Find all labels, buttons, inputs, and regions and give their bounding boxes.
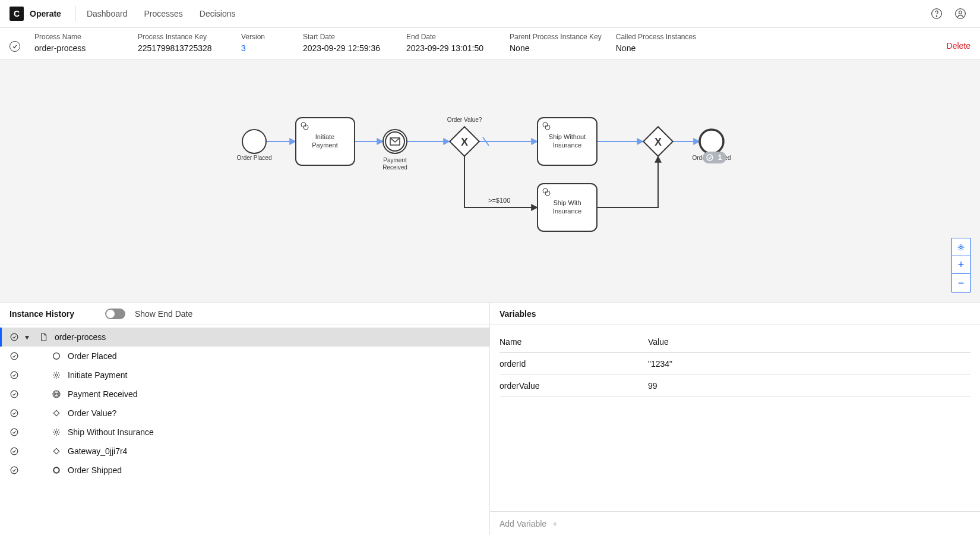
svg-point-38 bbox=[11, 391, 18, 398]
start-date-value: 2023-09-29 12:59:36 bbox=[303, 43, 392, 53]
end-date-label: End Date bbox=[406, 33, 495, 41]
history-item-label: Initiate Payment bbox=[68, 370, 127, 380]
diagram-canvas[interactable]: >=$100 Order Placed Initiate Payment Pay… bbox=[0, 59, 980, 302]
end-date-value: 2023-09-29 13:01:50 bbox=[406, 43, 495, 53]
gateway-condition-label: >=$100 bbox=[488, 197, 510, 204]
variable-row[interactable]: orderValue 99 bbox=[500, 375, 970, 397]
start-event[interactable] bbox=[242, 130, 266, 153]
svg-point-36 bbox=[11, 372, 18, 379]
gateway-order-value[interactable]: X bbox=[450, 127, 479, 156]
zoom-reset-button[interactable] bbox=[952, 238, 970, 256]
help-icon[interactable] bbox=[927, 4, 947, 24]
svg-point-40 bbox=[54, 392, 59, 396]
zoom-in-button[interactable]: + bbox=[952, 256, 970, 274]
variables-col-value: Value bbox=[648, 331, 970, 353]
parent-value: None bbox=[510, 43, 602, 53]
app-name: Operate bbox=[30, 9, 61, 18]
svg-point-48 bbox=[11, 467, 18, 474]
svg-text:X: X bbox=[461, 136, 468, 148]
svg-rect-47 bbox=[53, 448, 59, 454]
start-event-label: Order Placed bbox=[237, 155, 272, 161]
instance-details-bar: Process Name order-process Process Insta… bbox=[0, 28, 980, 59]
svg-point-49 bbox=[53, 467, 59, 473]
instance-history-title: Instance History bbox=[10, 309, 74, 319]
caret-down-icon: ▾ bbox=[25, 332, 32, 342]
gateway-icon bbox=[51, 408, 62, 418]
variable-row[interactable]: orderId "1234" bbox=[500, 353, 970, 375]
svg-text:1: 1 bbox=[718, 153, 722, 162]
history-item[interactable]: Gateway_0jji7r4 bbox=[0, 442, 489, 461]
gear-icon bbox=[51, 427, 62, 438]
svg-rect-43 bbox=[53, 410, 59, 416]
user-icon[interactable] bbox=[950, 4, 970, 24]
history-item-label: Ship Without Insurance bbox=[68, 427, 154, 437]
gateway-icon bbox=[51, 446, 62, 457]
svg-text:Payment: Payment bbox=[312, 141, 337, 149]
instance-history-panel: Instance History Show End Date ▾ order-p… bbox=[0, 303, 490, 535]
app-logo-icon: C bbox=[10, 7, 24, 21]
history-item-label: Order Shipped bbox=[68, 465, 122, 475]
svg-text:Payment: Payment bbox=[383, 157, 407, 163]
history-item-label: Gateway_0jji7r4 bbox=[68, 446, 127, 456]
history-item[interactable]: Order Placed bbox=[0, 347, 489, 366]
history-item[interactable]: Ship Without Insurance bbox=[0, 423, 489, 442]
status-completed-icon bbox=[10, 41, 20, 52]
bottom-panels: Instance History Show End Date ▾ order-p… bbox=[0, 302, 980, 535]
version-value[interactable]: 3 bbox=[241, 43, 289, 53]
svg-point-37 bbox=[55, 374, 58, 376]
history-item[interactable]: Order Shipped bbox=[0, 461, 489, 480]
add-variable-button[interactable]: Add Variable + bbox=[490, 511, 980, 535]
svg-text:Ship With: Ship With bbox=[553, 199, 581, 206]
history-item-process[interactable]: ▾ order-process bbox=[0, 328, 489, 347]
svg-point-45 bbox=[55, 431, 58, 433]
svg-text:Insurance: Insurance bbox=[553, 141, 581, 149]
end-event[interactable] bbox=[700, 130, 723, 153]
svg-rect-41 bbox=[55, 394, 58, 395]
svg-text:Received: Received bbox=[382, 164, 407, 171]
zoom-out-button[interactable]: − bbox=[952, 274, 970, 292]
main-nav: Dashboard Processes Decisions bbox=[87, 9, 236, 18]
svg-point-33 bbox=[11, 333, 18, 341]
svg-point-1 bbox=[936, 16, 937, 17]
history-item-label: Payment Received bbox=[68, 389, 138, 399]
called-value: None bbox=[616, 43, 705, 53]
history-item[interactable]: Payment Received bbox=[0, 385, 489, 404]
start-date-label: Start Date bbox=[303, 33, 392, 41]
svg-rect-28 bbox=[703, 152, 726, 163]
gateway-merge[interactable]: X bbox=[643, 127, 672, 156]
delete-button[interactable]: Delete bbox=[947, 41, 970, 51]
variables-title: Variables bbox=[500, 309, 536, 319]
show-end-date-label: Show End Date bbox=[135, 309, 192, 319]
parent-label: Parent Process Instance Key bbox=[510, 33, 602, 41]
svg-point-8 bbox=[383, 130, 407, 153]
svg-point-46 bbox=[11, 448, 18, 455]
svg-text:X: X bbox=[655, 136, 662, 148]
called-label: Called Process Instances bbox=[616, 33, 705, 41]
show-end-date-toggle[interactable] bbox=[105, 309, 125, 319]
message-event-icon bbox=[51, 389, 62, 399]
svg-text:Insurance: Insurance bbox=[553, 207, 581, 215]
process-name-label: Process Name bbox=[34, 33, 124, 41]
variables-panel: Variables Name Value orderId "1234" orde… bbox=[490, 303, 980, 535]
divider bbox=[75, 6, 76, 21]
svg-point-32 bbox=[960, 246, 962, 248]
svg-point-3 bbox=[959, 11, 962, 14]
history-item[interactable]: Initiate Payment bbox=[0, 366, 489, 385]
instance-key-label: Process Instance Key bbox=[138, 33, 227, 41]
end-event-icon bbox=[51, 465, 62, 476]
history-item-label: Order Placed bbox=[68, 351, 116, 361]
history-item[interactable]: Order Value? bbox=[0, 404, 489, 423]
nav-processes[interactable]: Processes bbox=[144, 9, 182, 18]
start-event-icon bbox=[51, 351, 62, 361]
nav-decisions[interactable]: Decisions bbox=[200, 9, 236, 18]
completed-badge: 1 bbox=[703, 152, 726, 163]
process-name-value: order-process bbox=[34, 43, 124, 53]
document-icon bbox=[38, 332, 49, 342]
variables-table: Name Value orderId "1234" orderValue 99 bbox=[500, 331, 970, 397]
svg-text:Initiate: Initiate bbox=[315, 133, 334, 140]
variables-col-name: Name bbox=[500, 331, 648, 353]
message-event-payment[interactable] bbox=[383, 130, 407, 153]
svg-point-44 bbox=[11, 429, 18, 436]
history-item-label: order-process bbox=[55, 332, 106, 342]
nav-dashboard[interactable]: Dashboard bbox=[87, 9, 128, 18]
